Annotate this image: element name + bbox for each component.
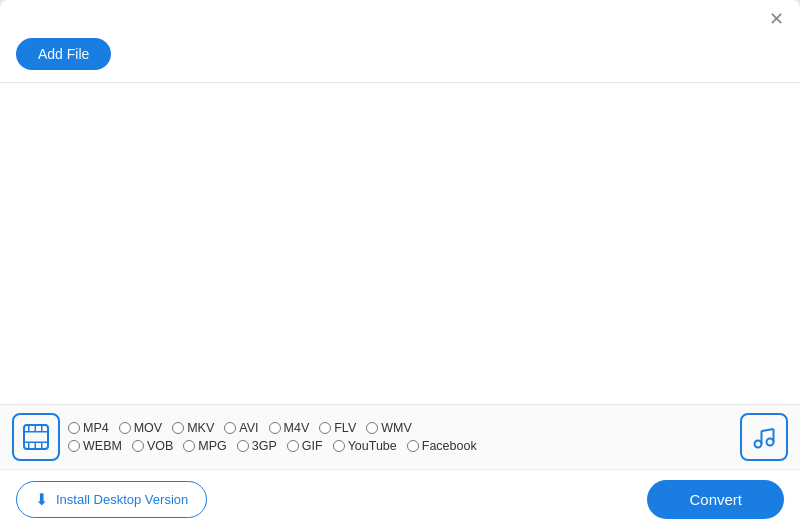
format-wmv[interactable]: WMV (366, 421, 412, 435)
format-3gp[interactable]: 3GP (237, 439, 277, 453)
svg-rect-5 (41, 425, 43, 431)
main-content-area (0, 83, 800, 404)
svg-line-13 (762, 429, 774, 431)
format-avi[interactable]: AVI (224, 421, 258, 435)
close-button[interactable]: ✕ (765, 8, 788, 30)
svg-rect-3 (28, 425, 30, 431)
format-m4v[interactable]: M4V (269, 421, 310, 435)
svg-rect-2 (24, 442, 48, 444)
format-options: MP4 MOV MKV AVI M4V (68, 421, 732, 453)
music-icon (740, 413, 788, 461)
format-mkv[interactable]: MKV (172, 421, 214, 435)
format-row-1: MP4 MOV MKV AVI M4V (68, 421, 732, 435)
format-mpg[interactable]: MPG (183, 439, 226, 453)
format-panel: MP4 MOV MKV AVI M4V (0, 404, 800, 469)
format-mp4[interactable]: MP4 (68, 421, 109, 435)
format-gif[interactable]: GIF (287, 439, 323, 453)
svg-rect-7 (35, 443, 37, 449)
add-file-button[interactable]: Add File (16, 38, 111, 70)
svg-rect-4 (35, 425, 37, 431)
download-icon: ⬇ (35, 490, 48, 509)
format-vob[interactable]: VOB (132, 439, 173, 453)
svg-rect-1 (24, 431, 48, 433)
install-desktop-button[interactable]: ⬇ Install Desktop Version (16, 481, 207, 518)
format-youtube[interactable]: YouTube (333, 439, 397, 453)
title-bar: ✕ (0, 0, 800, 38)
svg-point-9 (755, 441, 762, 448)
format-flv[interactable]: FLV (319, 421, 356, 435)
toolbar: Add File (0, 38, 800, 83)
format-webm[interactable]: WEBM (68, 439, 122, 453)
format-mov[interactable]: MOV (119, 421, 162, 435)
convert-button[interactable]: Convert (647, 480, 784, 519)
footer: ⬇ Install Desktop Version Convert (0, 469, 800, 529)
format-row-2: WEBM VOB MPG 3GP GIF (68, 439, 732, 453)
svg-rect-8 (41, 443, 43, 449)
film-icon (12, 413, 60, 461)
svg-rect-6 (28, 443, 30, 449)
svg-point-10 (767, 439, 774, 446)
main-window: ✕ Add File (0, 0, 800, 529)
format-facebook[interactable]: Facebook (407, 439, 477, 453)
